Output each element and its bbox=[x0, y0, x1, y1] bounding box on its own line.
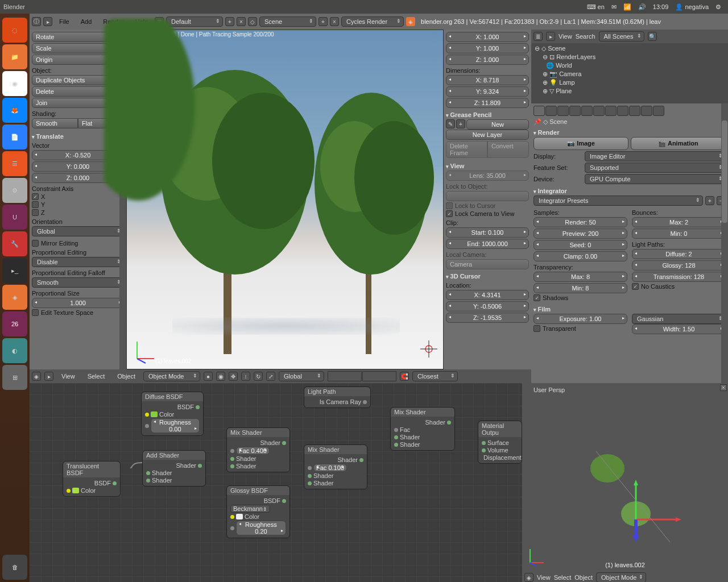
files-icon[interactable]: 📁 bbox=[2, 44, 27, 69]
shading-icon[interactable]: ● bbox=[204, 372, 213, 381]
node-mix-shader-2[interactable]: Mix Shader Shader Fac 0.100 Shader Shade… bbox=[304, 444, 367, 489]
ubuntu-one-icon[interactable]: U bbox=[2, 205, 27, 230]
tab-modifiers[interactable] bbox=[593, 106, 605, 116]
outliner-plane[interactable]: ⊕ ▽ Plane bbox=[535, 87, 725, 95]
outliner-renderlayers[interactable]: ⊖ ⊡ RenderLayers bbox=[535, 53, 725, 61]
node-glossy-bsdf[interactable]: Glossy BSDF BSDF Beckmann Color Roughnes… bbox=[226, 485, 290, 538]
outliner-scene[interactable]: ⊖ ◇ Scene bbox=[535, 44, 725, 53]
viewport-3d[interactable]: Elapsed: 01:07.33 | Done | Path Tracing … bbox=[126, 30, 444, 369]
cursor-x[interactable]: X: 4.3141 bbox=[446, 290, 529, 300]
node-light-path[interactable]: Light Path Is Camera Ray bbox=[304, 386, 371, 408]
writer-icon[interactable]: 📄 bbox=[2, 124, 27, 149]
app-icon-1[interactable]: ☰ bbox=[2, 151, 27, 176]
mini-select-menu[interactable]: Select bbox=[554, 574, 572, 581]
outliner-editor-icon[interactable]: ≣ bbox=[533, 32, 543, 41]
mini-mode-dropdown[interactable]: Object Mode bbox=[596, 572, 646, 582]
terminal-icon[interactable]: ▸_ bbox=[2, 258, 27, 283]
dim-z[interactable]: Z: 11.809 bbox=[446, 98, 529, 108]
view-menu[interactable]: View bbox=[57, 373, 80, 380]
feature-set-dropdown[interactable]: Supported bbox=[585, 163, 726, 173]
texspace-check[interactable] bbox=[32, 309, 39, 316]
transp-min[interactable]: Min: 8 bbox=[533, 283, 627, 293]
chevron-icon[interactable]: ▸ bbox=[44, 372, 53, 381]
mini-view-menu[interactable]: View bbox=[537, 574, 551, 581]
render-image-button[interactable]: 📷 Image bbox=[533, 137, 628, 150]
node-editor[interactable]: Diffuse BSDF BSDF Color Roughness 0.00 T… bbox=[30, 383, 522, 582]
tab-data[interactable] bbox=[605, 106, 617, 116]
cursor-y[interactable]: Y: -0.5006 bbox=[446, 301, 529, 311]
mini-viewport[interactable]: User Persp × (1) leaves.002 ◈ View Selec… bbox=[522, 383, 728, 582]
tab-texture[interactable] bbox=[629, 106, 640, 116]
outliner-world[interactable]: 🌐 World bbox=[535, 61, 725, 70]
clip-start[interactable]: Start: 0.100 bbox=[446, 227, 529, 238]
integrator-panel-header[interactable]: Integrator bbox=[533, 188, 726, 194]
tab-scene[interactable] bbox=[545, 106, 557, 116]
shadows-check[interactable]: ✓ bbox=[533, 294, 540, 301]
mode-dropdown[interactable]: Object Mode bbox=[143, 371, 200, 381]
clamp-field[interactable]: Clamp: 0.00 bbox=[533, 251, 627, 261]
filter-width[interactable]: Width: 1.50 bbox=[632, 324, 726, 334]
del-scene-icon[interactable]: × bbox=[330, 17, 339, 26]
no-caustics-check[interactable]: ✓ bbox=[632, 283, 639, 290]
settings-icon[interactable]: ⚙ bbox=[2, 178, 27, 203]
volume-icon[interactable]: 🔊 bbox=[638, 3, 646, 11]
outliner-lamp[interactable]: ⊕ 💡 Lamp bbox=[535, 78, 725, 87]
chrome-icon[interactable]: ◉ bbox=[2, 71, 27, 96]
filter-dropdown[interactable]: Gaussian bbox=[632, 314, 726, 324]
clock[interactable]: 13:09 bbox=[653, 3, 669, 10]
exposure-field[interactable]: Exposure: 1.00 bbox=[533, 314, 627, 324]
scene-icon[interactable]: ◇ bbox=[248, 17, 257, 26]
add-layout-icon[interactable]: + bbox=[225, 17, 234, 26]
tab-physics[interactable] bbox=[653, 106, 664, 116]
snap-toggle-icon[interactable]: 🧲 bbox=[400, 372, 409, 381]
trash-icon[interactable]: 🗑 bbox=[2, 555, 27, 580]
clip-end[interactable]: End: 1000.000 bbox=[446, 239, 529, 249]
mini-object-menu[interactable]: Object bbox=[574, 574, 593, 581]
snap-dropdown[interactable]: Closest bbox=[412, 371, 458, 381]
editor-type-icon[interactable]: ⓘ bbox=[32, 17, 41, 26]
gp-new-button[interactable]: New bbox=[466, 119, 529, 130]
seed-field[interactable]: Seed: 0 bbox=[533, 240, 627, 250]
tab-particles[interactable] bbox=[641, 106, 652, 116]
bounces-min[interactable]: Min: 0 bbox=[632, 228, 726, 239]
view3d-editor-icon[interactable]: ◈ bbox=[32, 372, 41, 381]
node-add-shader[interactable]: Add Shader Shader Shader Shader bbox=[142, 450, 206, 487]
lock-cursor-check[interactable] bbox=[446, 202, 453, 209]
props-scrollbar[interactable] bbox=[721, 103, 728, 410]
diffuse-bounces[interactable]: Diffuse: 2 bbox=[632, 249, 726, 259]
workspace-icon[interactable]: ⊞ bbox=[2, 365, 27, 390]
select-menu[interactable]: Select bbox=[83, 373, 110, 380]
dash-icon[interactable]: ◌ bbox=[2, 18, 27, 43]
outliner-camera[interactable]: ⊕ 📷 Camera bbox=[535, 70, 725, 78]
gear-icon[interactable]: ⚙ bbox=[715, 3, 721, 11]
render-anim-button[interactable]: 🎬 Animation bbox=[631, 137, 726, 150]
tab-material[interactable] bbox=[617, 106, 628, 116]
transparent-check[interactable] bbox=[533, 325, 540, 332]
calendar-icon[interactable]: 26 bbox=[2, 311, 27, 336]
constraint-z-check[interactable] bbox=[32, 209, 39, 216]
add-scene-icon[interactable]: + bbox=[318, 17, 328, 26]
layers-grid[interactable] bbox=[328, 371, 396, 381]
prop-edit-dropdown[interactable]: Disable bbox=[32, 257, 124, 267]
keyboard-icon[interactable]: ⌨ en bbox=[587, 3, 605, 11]
pencil-icon[interactable]: ✎ bbox=[446, 119, 455, 128]
node-diffuse-bsdf[interactable]: Diffuse BSDF BSDF Color Roughness 0.00 bbox=[141, 392, 204, 436]
del-layout-icon[interactable]: × bbox=[237, 17, 246, 26]
grease-pencil-panel[interactable]: Grease Pencil bbox=[446, 111, 529, 118]
add-menu[interactable]: Add bbox=[76, 18, 97, 25]
tab-render[interactable] bbox=[533, 106, 545, 116]
device-dropdown[interactable]: GPU Compute bbox=[585, 174, 726, 184]
node-mix-shader-1[interactable]: Mix Shader Shader Fac 0.400 Shader Shade… bbox=[226, 427, 290, 472]
lock-camera-check[interactable]: ✓ bbox=[446, 210, 453, 217]
mirror-check[interactable] bbox=[32, 240, 39, 247]
object-menu[interactable]: Object bbox=[113, 373, 140, 380]
falloff-dropdown[interactable]: Smooth bbox=[32, 277, 124, 288]
node-translucent-bsdf[interactable]: Translucent BSDF BSDF Color bbox=[63, 461, 121, 497]
app-icon-2[interactable]: ◐ bbox=[2, 338, 27, 363]
scale-y[interactable]: Y: 1.000 bbox=[446, 43, 529, 53]
integrator-presets[interactable]: Integrator Presets bbox=[533, 196, 703, 206]
lens-field[interactable]: Lens: 35.000 bbox=[446, 171, 529, 181]
bounces-max[interactable]: Max: 2 bbox=[632, 217, 726, 227]
tab-constraints[interactable] bbox=[581, 106, 593, 116]
local-cam-field[interactable]: Camera bbox=[446, 259, 529, 269]
